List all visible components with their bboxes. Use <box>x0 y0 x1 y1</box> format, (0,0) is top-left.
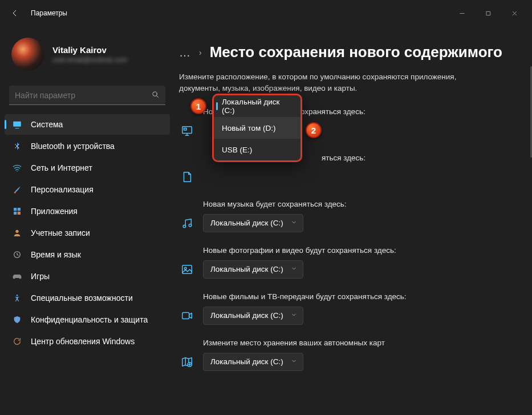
nav-network[interactable]: Сеть и Интернет <box>5 158 170 178</box>
apps-icon <box>11 206 23 217</box>
nav-label: Сеть и Интернет <box>31 163 92 172</box>
dropdown-value: Локальный диск (C:) <box>210 265 283 273</box>
svg-rect-7 <box>18 212 21 215</box>
bluetooth-icon <box>11 140 23 152</box>
nav-label: Время и язык <box>31 250 81 259</box>
movies-disk-dropdown[interactable]: Локальный диск (C:) <box>203 307 303 325</box>
person-icon <box>11 227 23 239</box>
nav-privacy[interactable]: Конфиденциальность и защита <box>5 309 170 330</box>
minimize-button[interactable] <box>449 4 475 22</box>
breadcrumb-more[interactable]: … <box>179 47 191 58</box>
close-button[interactable] <box>501 4 527 22</box>
svg-point-16 <box>184 267 186 269</box>
nav-system[interactable]: Система <box>5 114 170 135</box>
nav-apps[interactable]: Приложения <box>5 201 170 221</box>
dropdown-value: Локальный диск (C:) <box>210 311 283 320</box>
accessibility-icon <box>11 292 23 304</box>
nav-accessibility[interactable]: Специальные возможности <box>5 288 170 308</box>
search-input[interactable] <box>15 91 151 100</box>
nav-label: Приложения <box>31 207 78 216</box>
music-icon <box>179 215 195 231</box>
section-maps: Измените место хранения ваших автономных… <box>179 339 518 371</box>
nav-label: Учетные записи <box>31 228 90 237</box>
window-title: Параметры <box>31 9 67 17</box>
svg-rect-12 <box>184 128 187 130</box>
section-photos: Новые фотографии и видео будут сохранять… <box>179 246 518 279</box>
annotation-badge-1: 1 <box>190 98 206 114</box>
nav-label: Игры <box>31 272 50 281</box>
chevron-down-icon <box>291 357 297 366</box>
user-card[interactable]: Vitaliy Kairov user.email@outlook.com <box>5 26 170 82</box>
document-icon <box>179 169 195 185</box>
avatar <box>11 38 44 71</box>
image-icon <box>179 261 195 277</box>
svg-rect-0 <box>486 11 490 15</box>
disk-option-c[interactable]: Локальный диск (C:) <box>214 95 300 117</box>
nav-gaming[interactable]: Игры <box>5 266 170 287</box>
section-music: Новая музыка будет сохраняться здесь: Ло… <box>179 200 518 232</box>
section-movies-label: Новые фильмы и ТВ-передачи будут сохраня… <box>203 292 518 301</box>
svg-point-10 <box>17 295 18 296</box>
nav-windows-update[interactable]: Центр обновления Windows <box>5 331 170 352</box>
chevron-down-icon <box>291 311 297 320</box>
search-box[interactable] <box>9 86 165 105</box>
svg-rect-6 <box>14 212 17 215</box>
nav-label: Система <box>31 120 63 129</box>
dropdown-value: Локальный диск (C:) <box>210 219 283 227</box>
photos-disk-dropdown[interactable]: Локальный диск (C:) <box>203 260 303 279</box>
disk-dropdown-open: 1 2 Локальный диск (C:) Новый том (D:) U… <box>212 94 302 162</box>
nav-label: Центр обновления Windows <box>31 337 135 346</box>
page-description: Измените расположение, в котором по умол… <box>179 71 498 95</box>
svg-rect-17 <box>182 312 189 319</box>
svg-point-8 <box>15 230 18 233</box>
sidebar: Vitaliy Kairov user.email@outlook.com Си… <box>0 26 174 415</box>
svg-point-3 <box>17 171 18 172</box>
video-icon <box>179 308 195 324</box>
section-photos-label: Новые фотографии и видео будут сохранять… <box>203 246 518 255</box>
nav-label: Персонализация <box>31 185 94 194</box>
music-disk-dropdown[interactable]: Локальный диск (C:) <box>203 214 303 232</box>
section-maps-label: Измените место хранения ваших автономных… <box>203 339 518 347</box>
nav-label: Специальные возможности <box>31 293 133 303</box>
user-email: user.email@outlook.com <box>52 56 128 64</box>
brush-icon <box>11 184 23 195</box>
annotation-badge-2: 2 <box>306 122 322 138</box>
svg-point-13 <box>183 225 186 228</box>
chevron-right-icon: › <box>199 48 202 57</box>
nav-label: Bluetooth и устройства <box>31 142 115 151</box>
monitor-icon <box>179 123 195 139</box>
wifi-icon <box>11 162 23 174</box>
section-music-label: Новая музыка будет сохраняться здесь: <box>203 200 518 208</box>
breadcrumb: … › Место сохранения нового содержимого <box>179 43 518 61</box>
user-info: Vitaliy Kairov user.email@outlook.com <box>52 45 128 64</box>
search-icon <box>151 90 160 100</box>
titlebar: Параметры <box>0 0 532 26</box>
svg-rect-2 <box>13 122 21 127</box>
maximize-button[interactable] <box>475 4 501 22</box>
chevron-down-icon <box>291 219 297 227</box>
maps-disk-dropdown[interactable]: Локальный диск (C:) <box>203 353 303 371</box>
nav-list: Система Bluetooth и устройства Сеть и Ин… <box>5 114 170 352</box>
nav-accounts[interactable]: Учетные записи <box>5 223 170 243</box>
nav-personalization[interactable]: Персонализация <box>5 179 170 200</box>
chevron-down-icon <box>291 265 297 273</box>
system-icon <box>11 119 23 130</box>
content-area: … › Место сохранения нового содержимого … <box>174 26 532 415</box>
nav-bluetooth[interactable]: Bluetooth и устройства <box>5 136 170 156</box>
svg-rect-5 <box>18 208 21 211</box>
dropdown-value: Локальный диск (C:) <box>210 357 283 366</box>
svg-point-14 <box>189 224 192 227</box>
map-icon <box>179 354 195 370</box>
nav-label: Конфиденциальность и защита <box>31 315 148 324</box>
shield-icon <box>11 314 23 325</box>
clock-icon <box>11 249 23 260</box>
svg-rect-4 <box>14 208 17 211</box>
update-icon <box>11 336 23 347</box>
disk-option-e[interactable]: USB (E:) <box>214 139 300 160</box>
gamepad-icon <box>11 271 23 282</box>
back-button[interactable] <box>7 5 23 21</box>
nav-time-language[interactable]: Время и язык <box>5 244 170 265</box>
disk-option-d[interactable]: Новый том (D:) <box>214 117 300 139</box>
user-name: Vitaliy Kairov <box>52 45 128 55</box>
page-title: Место сохранения нового содержимого <box>210 43 502 61</box>
